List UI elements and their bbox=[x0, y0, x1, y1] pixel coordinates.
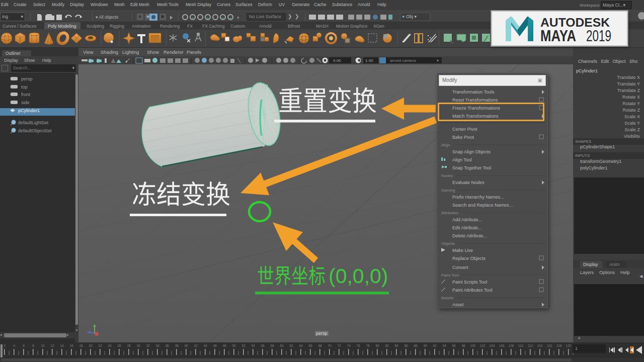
svg-text:2019: 2019 bbox=[586, 27, 611, 45]
svg-text:MAYA: MAYA bbox=[540, 27, 576, 45]
